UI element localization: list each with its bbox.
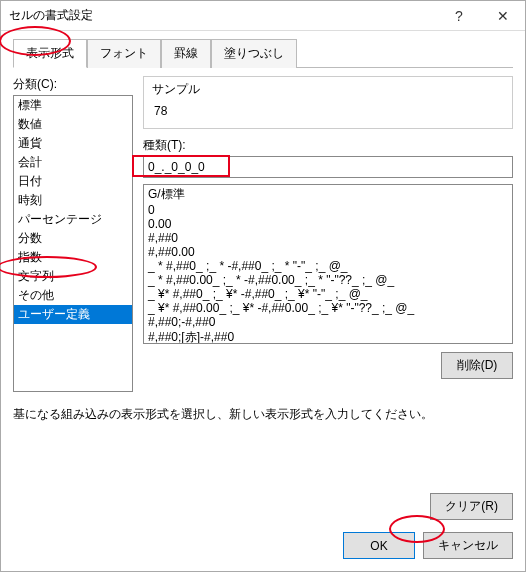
- category-item[interactable]: 通貨: [14, 134, 132, 153]
- category-item[interactable]: 時刻: [14, 191, 132, 210]
- category-item[interactable]: 指数: [14, 248, 132, 267]
- tab-label: 塗りつぶし: [224, 46, 284, 60]
- category-item[interactable]: その他: [14, 286, 132, 305]
- format-item[interactable]: _ ¥* #,##0_ ;_ ¥* -#,##0_ ;_ ¥* "-"_ ;_ …: [144, 287, 512, 301]
- help-button[interactable]: ?: [437, 1, 481, 30]
- dialog-buttons: OK キャンセル: [13, 532, 513, 559]
- category-item[interactable]: 標準: [14, 96, 132, 115]
- type-label: 種類(T):: [143, 137, 513, 154]
- tab-font[interactable]: フォント: [87, 39, 161, 68]
- window-title: セルの書式設定: [9, 7, 93, 24]
- category-label: 分類(C):: [13, 76, 133, 93]
- close-button[interactable]: ✕: [481, 1, 525, 30]
- tab-border[interactable]: 罫線: [161, 39, 211, 68]
- tab-label: 表示形式: [26, 46, 74, 60]
- format-item[interactable]: #,##0: [144, 231, 512, 245]
- category-panel: 分類(C): 標準数値通貨会計日付時刻パーセンテージ分数指数文字列その他ユーザー…: [13, 76, 133, 392]
- titlebar-buttons: ? ✕: [437, 1, 525, 30]
- delete-button[interactable]: 削除(D): [441, 352, 513, 379]
- sample-box: サンプル 78: [143, 76, 513, 129]
- format-item[interactable]: _ * #,##0.00_ ;_ * -#,##0.00_ ;_ * "-"??…: [144, 273, 512, 287]
- tab-number-format[interactable]: 表示形式: [13, 39, 87, 68]
- category-item[interactable]: 日付: [14, 172, 132, 191]
- dialog-window: セルの書式設定 ? ✕ 表示形式 フォント 罫線 塗りつぶし 分類(C): 標準…: [0, 0, 526, 572]
- format-item[interactable]: 0: [144, 203, 512, 217]
- delete-row: 削除(D): [143, 352, 513, 379]
- category-item[interactable]: 文字列: [14, 267, 132, 286]
- hint-text: 基になる組み込みの表示形式を選択し、新しい表示形式を入力してください。: [13, 406, 513, 423]
- tab-bar: 表示形式 フォント 罫線 塗りつぶし: [13, 39, 513, 68]
- cancel-button[interactable]: キャンセル: [423, 532, 513, 559]
- format-item[interactable]: G/標準: [144, 186, 512, 203]
- tab-label: 罫線: [174, 46, 198, 60]
- category-item[interactable]: パーセンテージ: [14, 210, 132, 229]
- format-item[interactable]: _ * #,##0_ ;_ * -#,##0_ ;_ * "-"_ ;_ @_: [144, 259, 512, 273]
- category-listbox[interactable]: 標準数値通貨会計日付時刻パーセンテージ分数指数文字列その他ユーザー定義: [13, 95, 133, 392]
- sample-value: 78: [152, 104, 504, 118]
- clear-button[interactable]: クリア(R): [430, 493, 513, 520]
- tab-label: フォント: [100, 46, 148, 60]
- format-item[interactable]: #,##0.00: [144, 245, 512, 259]
- detail-panel: サンプル 78 種類(T): G/標準00.00#,##0#,##0.00_ *…: [143, 76, 513, 392]
- category-item[interactable]: 会計: [14, 153, 132, 172]
- format-listbox[interactable]: G/標準00.00#,##0#,##0.00_ * #,##0_ ;_ * -#…: [143, 184, 513, 344]
- format-item[interactable]: #,##0;-#,##0: [144, 315, 512, 329]
- clear-row: クリア(R): [13, 493, 513, 520]
- format-item[interactable]: _ ¥* #,##0.00_ ;_ ¥* -#,##0.00_ ;_ ¥* "-…: [144, 301, 512, 315]
- ok-button[interactable]: OK: [343, 532, 415, 559]
- body-row: 分類(C): 標準数値通貨会計日付時刻パーセンテージ分数指数文字列その他ユーザー…: [13, 76, 513, 392]
- category-item[interactable]: ユーザー定義: [14, 305, 132, 324]
- category-item[interactable]: 分数: [14, 229, 132, 248]
- format-item[interactable]: 0.00: [144, 217, 512, 231]
- tab-fill[interactable]: 塗りつぶし: [211, 39, 297, 68]
- type-input[interactable]: [143, 156, 513, 178]
- format-item[interactable]: #,##0;[赤]-#,##0: [144, 329, 512, 344]
- category-item[interactable]: 数値: [14, 115, 132, 134]
- client-area: 表示形式 フォント 罫線 塗りつぶし 分類(C): 標準数値通貨会計日付時刻パー…: [1, 31, 525, 571]
- sample-label: サンプル: [152, 81, 504, 98]
- titlebar: セルの書式設定 ? ✕: [1, 1, 525, 31]
